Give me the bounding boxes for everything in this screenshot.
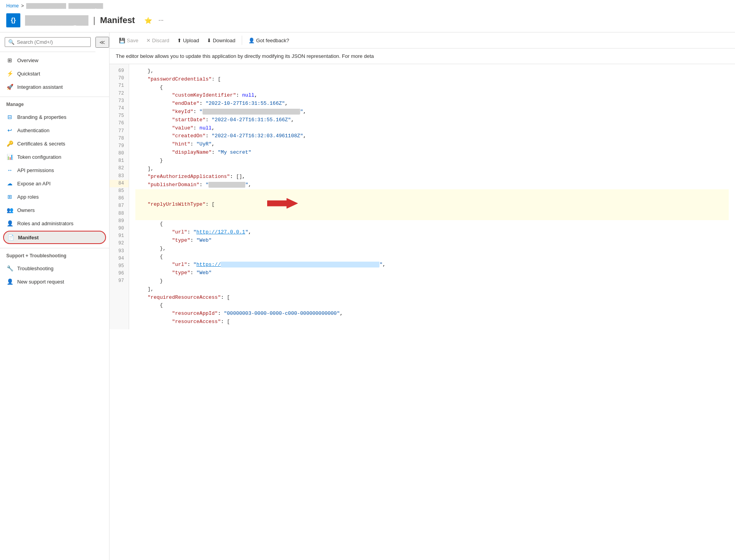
line-num-75: 75 — [110, 112, 129, 120]
collapse-button[interactable]: ≪ — [95, 37, 109, 48]
search-icon: 🔍 — [8, 39, 14, 45]
sidebar-item-integration[interactable]: 🚀 Integration assistant — [0, 80, 109, 93]
sidebar-item-owners[interactable]: 👥 Owners — [0, 203, 109, 217]
line-numbers: 69 70 71 72 73 74 75 76 77 78 79 80 81 8… — [110, 64, 129, 329]
support-icon: 👤 — [6, 278, 13, 285]
code-content[interactable]: }, "passwordCredentials": [ { "customKey… — [129, 64, 735, 329]
feedback-button[interactable]: 👤 Got feedback? — [245, 36, 293, 45]
upload-button[interactable]: ⬆ Upload — [174, 36, 202, 45]
code-line-77: "createdOn": "2022-04-27T16:32:03.496110… — [135, 132, 729, 140]
sidebar-item-label: Integration assistant — [17, 84, 63, 90]
line-num-84: 84 — [110, 180, 129, 187]
more-button[interactable]: ··· — [157, 16, 165, 25]
search-area: 🔍 ≪ — [0, 32, 109, 52]
code-line-86: "url": "http://127.0.0.1", — [135, 228, 729, 237]
code-line-71: { — [135, 84, 729, 92]
code-line-90: "url": "https://████████████████████████… — [135, 261, 729, 269]
sidebar-item-support[interactable]: 👤 New support request — [0, 275, 109, 288]
search-input[interactable] — [17, 39, 87, 45]
code-line-82: "preAuthorizedApplications": [], — [135, 173, 729, 181]
description-bar: The editor below allows you to update th… — [110, 48, 735, 64]
sidebar-item-label: Manifest — [18, 235, 39, 241]
pin-button[interactable]: ⭐ — [143, 16, 154, 25]
sidebar-item-label: Overview — [17, 57, 38, 63]
code-line-92: } — [135, 277, 729, 285]
upload-icon: ⬆ — [177, 38, 182, 43]
sidebar-item-quickstart[interactable]: ⚡ Quickstart — [0, 67, 109, 80]
line-num-77: 77 — [110, 127, 129, 135]
line-num-97: 97 — [110, 277, 129, 285]
approles-icon: ⊞ — [6, 193, 13, 200]
breadcrumb-app: ████████████ — [26, 3, 66, 9]
sidebar-item-authentication[interactable]: ↩ Authentication — [0, 124, 109, 137]
sidebar-item-label: Expose an API — [17, 181, 50, 187]
toolbar-divider — [242, 36, 242, 45]
rolesadmin-icon: 👤 — [6, 220, 13, 227]
line-num-93: 93 — [110, 248, 129, 255]
nav-section-main: ⊞ Overview ⚡ Quickstart 🚀 Integration as… — [0, 52, 109, 95]
line-num-95: 95 — [110, 262, 129, 270]
app-name-blurred: ████████ ██ — [25, 15, 88, 25]
download-button[interactable]: ⬇ Download — [204, 36, 239, 45]
line-num-79: 79 — [110, 142, 129, 150]
sidebar-item-label: Owners — [17, 207, 35, 213]
code-line-96: "resourceAppId": "00000003-0000-0000-c00… — [135, 310, 729, 318]
line-num-78: 78 — [110, 135, 129, 142]
sidebar-item-overview[interactable]: ⊞ Overview — [0, 54, 109, 67]
line-num-96: 96 — [110, 270, 129, 277]
line-num-71: 71 — [110, 82, 129, 90]
code-editor[interactable]: 69 70 71 72 73 74 75 76 77 78 79 80 81 8… — [110, 64, 735, 329]
header-actions: ⭐ ··· — [143, 16, 165, 25]
line-num-82: 82 — [110, 165, 129, 172]
integration-icon: 🚀 — [6, 83, 13, 90]
code-line-91: "type": "Web" — [135, 269, 729, 277]
auth-icon: ↩ — [6, 127, 13, 134]
sidebar-item-troubleshooting[interactable]: 🔧 Troubleshooting — [0, 262, 109, 275]
code-line-84: "replyUrlsWithType": [ — [135, 189, 729, 220]
code-line-97: "resourceAccess": [ — [135, 318, 729, 326]
sidebar-item-label: Quickstart — [17, 71, 40, 77]
api-icon: ↔ — [6, 167, 13, 174]
branding-icon: ⊟ — [6, 113, 13, 120]
line-num-88: 88 — [110, 210, 129, 217]
sidebar-item-label: Authentication — [17, 127, 49, 133]
manage-section-header: Manage — [0, 97, 109, 109]
arrow-annotation — [230, 189, 298, 220]
line-num-86: 86 — [110, 195, 129, 202]
feedback-icon: 👤 — [248, 38, 255, 43]
sidebar-item-approles[interactable]: ⊞ App roles — [0, 190, 109, 203]
sidebar-item-label: Roles and administrators — [17, 221, 74, 226]
overview-icon: ⊞ — [6, 57, 13, 64]
line-num-83: 83 — [110, 172, 129, 180]
content-area: 💾 Save ✕ Discard ⬆ Upload ⬇ Download 👤 G… — [110, 32, 735, 560]
sidebar-item-expose[interactable]: ☁ Expose an API — [0, 177, 109, 190]
search-input-wrap[interactable]: 🔍 — [5, 37, 91, 47]
code-line-74: "keyId": "██████████████████████████████… — [135, 108, 729, 116]
sidebar-item-branding[interactable]: ⊟ Branding & properties — [0, 110, 109, 124]
breadcrumb: Home > ████████████ ████████ ██ — [6, 3, 729, 9]
app-icon: {} — [6, 13, 20, 27]
line-num-73: 73 — [110, 97, 129, 105]
code-line-78: "hint": "UyR", — [135, 140, 729, 149]
sidebar-item-certificates[interactable]: 🔑 Certificates & secrets — [0, 137, 109, 150]
app-header: {} ████████ ██ | Manifest ⭐ ··· — [6, 12, 729, 29]
line-num-80: 80 — [110, 150, 129, 157]
manifest-icon: 📄 — [7, 234, 14, 241]
code-line-72: "customKeyIdentifier": null, — [135, 92, 729, 100]
code-line-80: } — [135, 157, 729, 165]
breadcrumb-separator: > — [21, 3, 24, 9]
sidebar-item-manifest[interactable]: 📄 Manifest — [3, 231, 106, 244]
sidebar-item-api[interactable]: ↔ API permissions — [0, 163, 109, 177]
sidebar-item-label: Branding & properties — [17, 114, 66, 120]
svg-marker-0 — [267, 198, 298, 208]
discard-button[interactable]: ✕ Discard — [143, 36, 173, 45]
sidebar-item-label: Certificates & secrets — [17, 141, 65, 147]
code-line-73: "endDate": "2022-10-27T16:31:55.166Z", — [135, 100, 729, 108]
breadcrumb-home[interactable]: Home — [6, 3, 19, 9]
sidebar-item-token[interactable]: 📊 Token configuration — [0, 150, 109, 163]
code-line-83: "publisherDomain": "████████████", — [135, 181, 729, 189]
save-button[interactable]: 💾 Save — [116, 36, 142, 45]
quickstart-icon: ⚡ — [6, 70, 13, 77]
sidebar-item-rolesadmin[interactable]: 👤 Roles and administrators — [0, 217, 109, 230]
owners-icon: 👥 — [6, 206, 13, 214]
